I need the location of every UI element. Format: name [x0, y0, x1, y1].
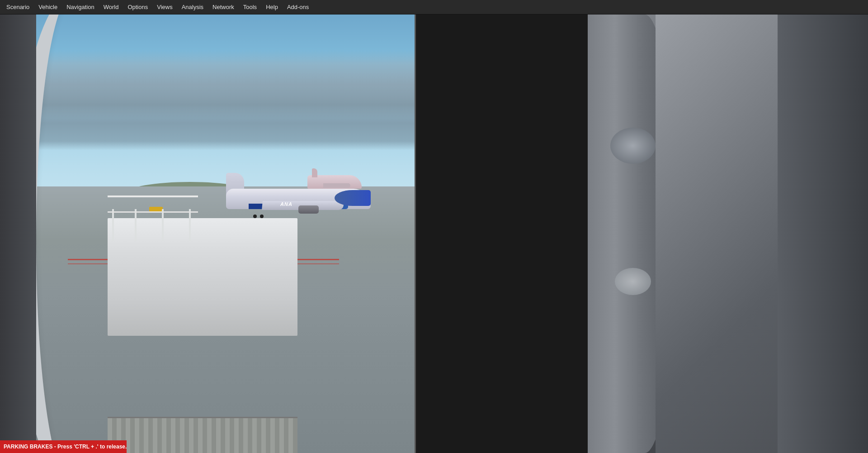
- railing-mid-bar: [108, 211, 198, 213]
- jetbridge-floor: [108, 417, 297, 453]
- railing-post-2: [135, 209, 137, 241]
- menu-item-vehicle[interactable]: Vehicle: [34, 0, 62, 14]
- menu-bar: Scenario Vehicle Navigation World Option…: [0, 0, 868, 14]
- plane-nose: [335, 190, 371, 206]
- menu-item-tools[interactable]: Tools: [239, 0, 261, 14]
- menu-item-views[interactable]: Views: [152, 0, 177, 14]
- railing-top-bar: [108, 196, 198, 197]
- menu-item-network[interactable]: Network: [208, 0, 239, 14]
- plane-wheel-2: [260, 215, 264, 218]
- main-viewport: ANA: [0, 14, 868, 453]
- status-bar: PARKING BRAKES - Press 'CTRL + .' to rel…: [0, 440, 127, 453]
- ana-livery-text: ANA: [280, 201, 292, 207]
- jetbridge: [108, 218, 297, 453]
- railing-structure: [108, 196, 225, 241]
- menu-item-scenario[interactable]: Scenario: [2, 0, 34, 14]
- right-pillar-2: [656, 14, 868, 453]
- railing-post-3: [162, 209, 164, 241]
- railing-post-1: [112, 209, 114, 241]
- right-interior-structure: [588, 14, 868, 453]
- right-indentation: [610, 128, 656, 164]
- left-interior-pillar: [0, 14, 95, 453]
- status-message: PARKING BRAKES - Press 'CTRL + .' to rel…: [4, 443, 127, 450]
- plane-engine: [298, 205, 319, 214]
- menu-item-help[interactable]: Help: [261, 0, 283, 14]
- second-aircraft-wing: [323, 183, 350, 188]
- railing-post-4: [189, 209, 191, 241]
- menu-item-world[interactable]: World: [99, 0, 123, 14]
- menu-item-options[interactable]: Options: [123, 0, 152, 14]
- menu-item-navigation[interactable]: Navigation: [62, 0, 99, 14]
- plane-wheel-1: [253, 215, 257, 218]
- menu-item-analysis[interactable]: Analysis: [177, 0, 208, 14]
- second-aircraft-tail: [312, 168, 317, 177]
- right-indentation-2: [615, 268, 651, 295]
- menu-item-addons[interactable]: Add-ons: [283, 0, 313, 14]
